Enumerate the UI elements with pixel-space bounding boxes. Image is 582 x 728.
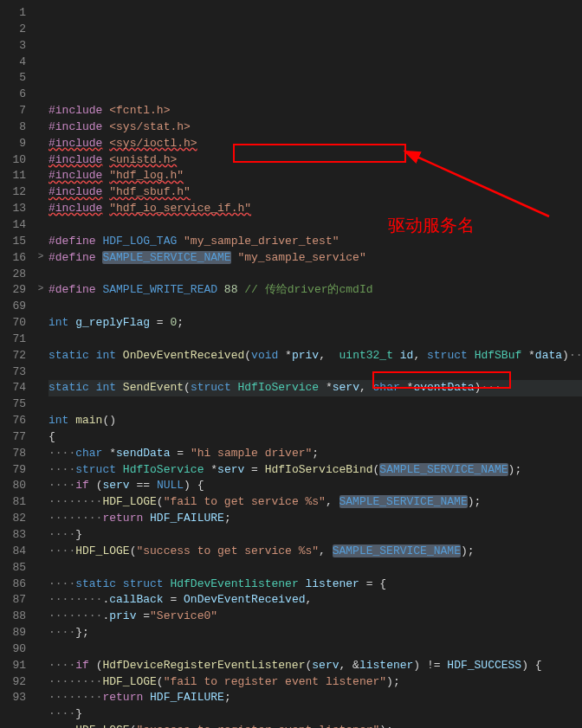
fold-spacer [35,315,47,332]
line-number: 78 [3,446,26,462]
code-line[interactable]: ········return HDF_FAILURE; [48,511,582,527]
code-line[interactable]: ····struct HdfIoService *serv = HdfIoSer… [48,462,582,479]
line-number: 14 [3,217,26,234]
fold-toggle-icon[interactable]: > [35,250,47,267]
code-line[interactable]: ····if (HdfDeviceRegisterEventListener(s… [48,658,582,674]
line-number: 84 [3,544,26,560]
code-line[interactable]: #include <sys/stat.h> [48,119,582,136]
line-number: 80 [3,478,26,494]
code-line[interactable]: ····char *sendData = "hi sample driver"; [48,446,582,462]
code-line[interactable]: ········.priv ="Service0" [48,609,582,625]
line-number: 29 [3,282,26,299]
code-line[interactable]: #define HDF_LOG_TAG "my_sample_driver_te… [48,234,582,250]
code-line[interactable]: #include "hdf_io_service_if.h" [48,201,582,217]
fold-spacer [35,136,47,152]
code-line[interactable]: ····}; [48,625,582,641]
fold-spacer [35,544,47,560]
fold-spacer [35,592,47,609]
line-number: 13 [3,201,26,217]
fold-column[interactable]: >> [35,0,47,728]
code-line[interactable] [48,396,582,413]
code-line[interactable]: ········HDF_LOGE("fail to get service %s… [48,494,582,511]
line-number: 93 [3,690,26,706]
fold-spacer [35,462,47,479]
line-number: 9 [3,136,26,152]
code-line[interactable]: ····} [48,706,582,723]
line-number: 74 [3,380,26,396]
line-number: 87 [3,592,26,609]
code-area[interactable]: 驱动服务名 #include <fcntl.h>#include <sys/st… [47,0,582,728]
line-number: 10 [3,152,26,169]
fold-spacer [35,152,47,169]
line-number: 88 [3,609,26,625]
code-line[interactable]: #define SAMPLE_SERVICE_NAME "my_sample_s… [48,250,582,267]
fold-spacer [35,201,47,217]
line-number: 70 [3,315,26,332]
line-number: 75 [3,396,26,413]
fold-spacer [35,658,47,674]
code-line[interactable]: ····} [48,527,582,544]
code-line[interactable]: #include <unistd.h> [48,152,582,169]
code-editor[interactable]: 1234567891011121314151628296970717273747… [0,0,582,728]
line-number: 82 [3,511,26,527]
fold-toggle-icon[interactable]: > [35,282,47,299]
fold-spacer [35,234,47,250]
code-line[interactable]: { [48,429,582,446]
code-line[interactable]: int g_replyFlag = 0; [48,315,582,332]
code-line[interactable] [48,217,582,234]
fold-spacer [35,625,47,641]
line-number: 6 [3,87,26,103]
fold-spacer [35,348,47,364]
code-line[interactable]: #include <sys/ioctl.h> [48,136,582,152]
line-number: 2 [3,22,26,38]
line-number: 5 [3,70,26,87]
fold-spacer [35,70,47,87]
line-number-gutter: 1234567891011121314151628296970717273747… [0,0,35,728]
fold-spacer [35,396,47,413]
line-number: 73 [3,364,26,381]
code-line[interactable] [48,641,582,658]
fold-spacer [35,641,47,658]
code-line[interactable]: static int SendEvent(struct HdfIoService… [48,380,582,396]
code-line[interactable]: #include "hdf_sbuf.h" [48,184,582,201]
line-number: 81 [3,494,26,511]
fold-spacer [35,560,47,577]
fold-spacer [35,332,47,348]
code-line[interactable]: ····if (serv == NULL) { [48,478,582,494]
fold-spacer [35,577,47,593]
code-line[interactable] [48,267,582,283]
code-line[interactable]: int main() [48,413,582,429]
code-line[interactable]: ····HDF_LOGE("success to register event … [48,723,582,728]
code-line[interactable]: ····HDF_LOGE("success to get service %s"… [48,544,582,560]
fold-spacer [35,674,47,691]
code-line[interactable] [48,332,582,348]
code-line[interactable] [48,560,582,577]
line-number: 28 [3,267,26,283]
line-number: 12 [3,184,26,201]
code-line[interactable]: #include "hdf_log.h" [48,168,582,184]
code-line[interactable] [48,299,582,315]
line-number: 3 [3,38,26,55]
line-number: 4 [3,55,26,71]
line-number: 1 [3,5,26,22]
code-line[interactable]: ········.callBack = OnDevEventReceived, [48,592,582,609]
code-line[interactable] [48,364,582,381]
code-line[interactable]: ········return HDF_FAILURE; [48,690,582,706]
line-number: 86 [3,577,26,593]
fold-spacer [35,380,47,396]
code-line[interactable]: #define SAMPLE_WRITE_READ 88 // 传给driver… [48,282,582,299]
fold-spacer [35,87,47,103]
fold-spacer [35,22,47,38]
fold-spacer [35,168,47,184]
code-line[interactable]: ········HDF_LOGE("fail to register event… [48,674,582,691]
line-number: 92 [3,674,26,691]
code-line[interactable]: ····static struct HdfDevEventlistener li… [48,577,582,593]
fold-spacer [35,5,47,22]
line-number: 8 [3,119,26,136]
line-number: 90 [3,641,26,658]
fold-spacer [35,511,47,527]
code-line[interactable]: #include <fcntl.h> [48,103,582,119]
fold-spacer [35,364,47,381]
fold-spacer [35,690,47,706]
code-line[interactable]: static int OnDevEventReceived(void *priv… [48,348,582,364]
